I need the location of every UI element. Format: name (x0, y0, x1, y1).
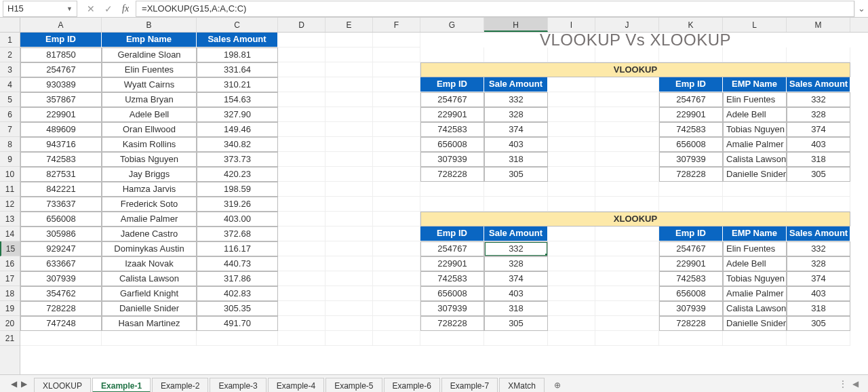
cell-D5[interactable] (278, 92, 326, 107)
tab-scroll-left-icon[interactable]: ◀ (852, 379, 859, 389)
row-header-5[interactable]: 5 (0, 92, 20, 107)
cell-A16[interactable]: 633667 (20, 256, 102, 271)
cell-L21[interactable] (723, 331, 787, 346)
cell-A19[interactable]: 728228 (20, 301, 102, 316)
cell-C1[interactable]: Sales Amount (197, 33, 278, 47)
cell-F13[interactable] (373, 212, 420, 227)
cell-B11[interactable]: Hamza Jarvis (102, 182, 197, 197)
cell-J18[interactable] (595, 286, 659, 301)
cell-F17[interactable] (373, 271, 420, 286)
column-header-G[interactable]: G (420, 18, 484, 32)
cell-D1[interactable] (278, 33, 326, 47)
cell-K12[interactable] (659, 197, 723, 212)
cell-B1[interactable]: Emp Name (102, 33, 197, 47)
cell-A4[interactable]: 930389 (20, 77, 102, 92)
cell-A8[interactable]: 943716 (20, 137, 102, 152)
cell-M14[interactable]: Sales Amount (787, 227, 850, 241)
cell-F8[interactable] (373, 137, 420, 152)
cell-A3[interactable]: 254767 (20, 62, 102, 77)
sheet-tab-example-2[interactable]: Example-2 (152, 378, 208, 393)
cell-F1[interactable] (373, 33, 420, 47)
cell-F11[interactable] (373, 182, 420, 197)
cell-D6[interactable] (278, 107, 326, 122)
cell-G7[interactable]: 742583 (420, 122, 484, 137)
cell-M16[interactable]: 328 (787, 256, 850, 271)
row-header-15[interactable]: 15 (0, 241, 20, 256)
cell-I4[interactable] (548, 77, 595, 92)
cell-F20[interactable] (373, 316, 420, 331)
cell-B4[interactable]: Wyatt Cairns (102, 77, 197, 92)
cell-I2[interactable] (548, 47, 595, 62)
cell-C14[interactable]: 372.68 (197, 227, 278, 241)
column-header-A[interactable]: A (20, 18, 102, 32)
cell-J12[interactable] (595, 197, 659, 212)
cell-K21[interactable] (659, 331, 723, 346)
cell-I12[interactable] (548, 197, 595, 212)
row-header-7[interactable]: 7 (0, 122, 20, 137)
sheet-tab-example-7[interactable]: Example-7 (441, 378, 498, 393)
row-header-10[interactable]: 10 (0, 167, 20, 182)
cell-C10[interactable]: 420.23 (197, 167, 278, 182)
cell-K11[interactable] (659, 182, 723, 197)
cell-K8[interactable]: 656008 (659, 137, 723, 152)
cell-B7[interactable]: Oran Ellwood (102, 122, 197, 137)
cell-L12[interactable] (723, 197, 787, 212)
cell-J19[interactable] (595, 301, 659, 316)
select-all-corner[interactable] (0, 18, 20, 33)
cell-B12[interactable]: Frederick Soto (102, 197, 197, 212)
cell-G2[interactable] (420, 47, 484, 62)
cell-M10[interactable]: 305 (787, 167, 850, 182)
cell-M6[interactable]: 328 (787, 107, 850, 122)
cell-L11[interactable] (723, 182, 787, 197)
cell-H21[interactable] (484, 331, 548, 346)
cell-H16[interactable]: 328 (484, 256, 548, 271)
cell-L5[interactable]: Elin Fuentes (723, 92, 787, 107)
cell-C3[interactable]: 331.64 (197, 62, 278, 77)
cell-M20[interactable]: 305 (787, 316, 850, 331)
cell-K18[interactable]: 656008 (659, 286, 723, 301)
cell-C21[interactable] (197, 331, 278, 346)
cell-G18[interactable]: 656008 (420, 286, 484, 301)
cell-G15[interactable]: 254767 (420, 241, 484, 256)
cell-E2[interactable] (326, 47, 373, 62)
cell-J10[interactable] (595, 167, 659, 182)
cell-D16[interactable] (278, 256, 326, 271)
cell-B17[interactable]: Calista Lawson (102, 271, 197, 286)
cell-J2[interactable] (595, 47, 659, 62)
cell-H14[interactable]: Sale Amount (484, 227, 548, 241)
cell-K20[interactable]: 728228 (659, 316, 723, 331)
cell-E13[interactable] (326, 212, 373, 227)
cell-G10[interactable]: 728228 (420, 167, 484, 182)
column-header-I[interactable]: I (548, 18, 595, 32)
row-header-13[interactable]: 13 (0, 212, 20, 227)
cell-D9[interactable] (278, 152, 326, 167)
cell-B15[interactable]: Dominykas Austin (102, 241, 197, 256)
cell-J9[interactable] (595, 152, 659, 167)
cell-I9[interactable] (548, 152, 595, 167)
cell-K4[interactable]: Emp ID (659, 77, 723, 92)
cell-H6[interactable]: 328 (484, 107, 548, 122)
cell-C4[interactable]: 310.21 (197, 77, 278, 92)
cell-H12[interactable] (484, 197, 548, 212)
grid-scroll[interactable]: ABCDEFGHIJKLM Emp IDEmp NameSales Amount… (20, 18, 868, 374)
cell-J5[interactable] (595, 92, 659, 107)
cell-C9[interactable]: 373.73 (197, 152, 278, 167)
sheet-tab-example-5[interactable]: Example-5 (326, 378, 382, 393)
cell-H15[interactable]: 332 (484, 241, 548, 256)
cell-I19[interactable] (548, 301, 595, 316)
cell-A15[interactable]: 929247 (20, 241, 102, 256)
cell-H9[interactable]: 318 (484, 152, 548, 167)
cell-C6[interactable]: 327.90 (197, 107, 278, 122)
cell-H7[interactable]: 374 (484, 122, 548, 137)
cell-H19[interactable]: 318 (484, 301, 548, 316)
column-header-D[interactable]: D (278, 18, 326, 32)
cell-D19[interactable] (278, 301, 326, 316)
cell-F10[interactable] (373, 167, 420, 182)
cell-E3[interactable] (326, 62, 373, 77)
cell-I14[interactable] (548, 227, 595, 241)
cell-E12[interactable] (326, 197, 373, 212)
column-header-C[interactable]: C (197, 18, 278, 32)
cell-J15[interactable] (595, 241, 659, 256)
cell-H18[interactable]: 403 (484, 286, 548, 301)
cell-B18[interactable]: Garfield Knight (102, 286, 197, 301)
